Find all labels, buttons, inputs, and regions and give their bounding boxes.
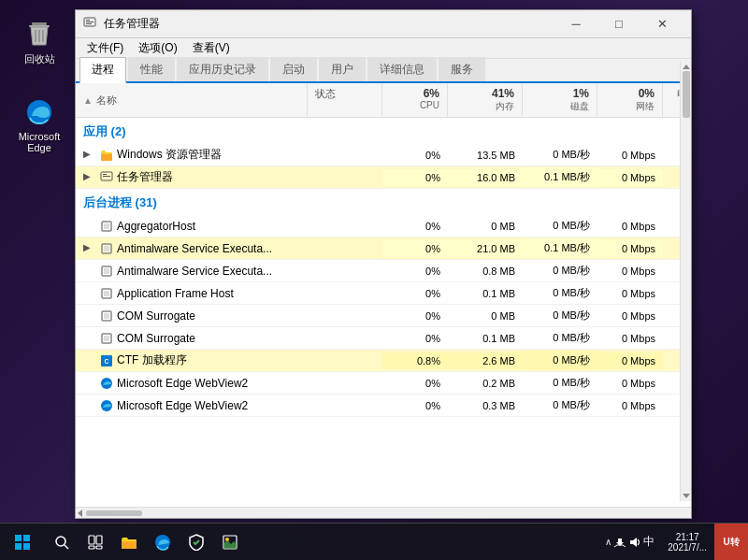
- process-mem: 21.0 MB: [448, 240, 523, 257]
- col-cpu-header[interactable]: 6% CPU: [382, 83, 448, 117]
- table-row[interactable]: ▶ Antimalware Service Executa... 0% 21.0…: [76, 237, 691, 260]
- col-mem-header[interactable]: 41% 内存: [448, 83, 523, 117]
- tab-app-history[interactable]: 应用历史记录: [177, 57, 268, 81]
- edge-taskbar-button[interactable]: [146, 524, 180, 561]
- tab-bar: 进程 性能 应用历史记录 启动 用户 详细信息 服务: [76, 59, 691, 83]
- maximize-button[interactable]: □: [597, 10, 640, 38]
- process-list[interactable]: 应用 (2) ▶ Windows 资源管理器: [76, 118, 691, 507]
- menu-options[interactable]: 选项(O): [131, 38, 184, 58]
- process-mem: 0.2 MB: [448, 375, 523, 392]
- desktop-icon-recycle[interactable]: 回收站: [9, 15, 69, 70]
- process-disk: 0.1 MB/秒: [523, 167, 597, 187]
- lang-indicator[interactable]: 中: [643, 534, 654, 550]
- process-net: 0 Mbps: [597, 330, 663, 347]
- table-row[interactable]: ▶ COM Surrogate 0% 0.1 MB 0 MB/秒 0 Mbps: [76, 327, 691, 350]
- svg-rect-42: [122, 541, 137, 549]
- svg-rect-8: [86, 22, 94, 22]
- table-row[interactable]: ▶ Antimalware Service Executa... 0% 0.8 …: [76, 260, 691, 282]
- edge-label: MicrosoftEdge: [19, 131, 61, 153]
- expand-icon[interactable]: ▶: [83, 171, 96, 184]
- svg-rect-24: [104, 313, 109, 319]
- tab-details[interactable]: 详细信息: [367, 57, 437, 81]
- system-tray: ∧ 中: [599, 534, 660, 550]
- process-icon: [100, 399, 113, 412]
- process-cpu: 0%: [382, 285, 448, 302]
- process-mem: 0.1 MB: [448, 285, 523, 302]
- table-row[interactable]: ▶ C CTF 加载程序 0.8% 2.6 MB 0 MB/秒 0 Mbp: [76, 350, 691, 372]
- horizontal-scrollbar[interactable]: [76, 507, 691, 518]
- svg-rect-34: [23, 543, 30, 550]
- col-name-header[interactable]: ▲ 名称: [76, 83, 308, 117]
- minimize-button[interactable]: ─: [554, 10, 597, 38]
- menu-view[interactable]: 查看(V): [185, 38, 237, 58]
- start-button[interactable]: [0, 524, 45, 561]
- scroll-down-arrow[interactable]: [683, 494, 690, 498]
- process-status: [308, 358, 382, 364]
- process-icon: [100, 242, 113, 255]
- titlebar: 任务管理器 ─ □ ✕: [76, 10, 691, 38]
- close-button[interactable]: ✕: [640, 10, 683, 38]
- process-cpu: 0%: [382, 169, 448, 186]
- process-net: 0 Mbps: [597, 375, 663, 392]
- process-cpu: 0%: [382, 218, 448, 235]
- tab-startup[interactable]: 启动: [270, 57, 317, 81]
- network-icon: [613, 536, 626, 549]
- scroll-thumb[interactable]: [683, 83, 690, 118]
- process-name: ▶ C CTF 加载程序: [76, 350, 308, 371]
- process-net: 0 Mbps: [597, 285, 663, 302]
- scrollbar[interactable]: [680, 83, 691, 501]
- process-status: [308, 223, 382, 229]
- tab-services[interactable]: 服务: [439, 57, 485, 81]
- menubar: 文件(F) 选项(O) 查看(V): [76, 38, 691, 59]
- process-status: [308, 403, 382, 409]
- clock[interactable]: 21:17 2021/7/...: [660, 532, 714, 553]
- recycle-icon: [24, 19, 54, 49]
- process-cpu: 0.8%: [382, 352, 448, 369]
- security-button[interactable]: [180, 524, 213, 561]
- table-row[interactable]: ▶ Microsoft Edge WebView2 0% 0.2 MB 0 MB…: [76, 372, 691, 395]
- process-name: ▶ AggregatorHost: [76, 217, 308, 236]
- tray-expand[interactable]: ∧: [605, 537, 611, 547]
- process-icon: C: [100, 354, 113, 367]
- table-row[interactable]: ▶ AggregatorHost 0% 0 MB 0 MB/秒 0 Mbps: [76, 215, 691, 237]
- process-mem: 0.1 MB: [448, 330, 523, 347]
- col-disk-header[interactable]: 1% 磁盘: [523, 83, 597, 117]
- scroll-left-arrow[interactable]: [78, 510, 82, 517]
- svg-line-36: [65, 545, 68, 549]
- process-icon: [100, 309, 113, 323]
- svg-rect-13: [103, 174, 107, 175]
- table-row[interactable]: ▶ 任务管理器 0% 16.0 MB 0.1 MB/秒: [76, 166, 691, 189]
- photos-button[interactable]: [213, 524, 247, 561]
- svg-rect-31: [15, 535, 22, 541]
- tab-performance[interactable]: 性能: [128, 57, 175, 81]
- table-row[interactable]: ▶ Microsoft Edge WebView2 0% 0.3 MB 0 MB…: [76, 395, 691, 417]
- menu-file[interactable]: 文件(F): [79, 38, 131, 58]
- tab-processes[interactable]: 进程: [79, 57, 126, 83]
- col-net-header[interactable]: 0% 网络: [597, 83, 663, 117]
- process-mem: 0.3 MB: [448, 397, 523, 414]
- table-row[interactable]: ▶ Application Frame Host 0% 0.1 MB 0 MB/…: [76, 282, 691, 305]
- tab-users[interactable]: 用户: [319, 57, 366, 81]
- u-badge[interactable]: U转: [714, 524, 748, 561]
- horizontal-scroll-thumb[interactable]: [86, 510, 142, 516]
- search-button[interactable]: [45, 524, 79, 561]
- svg-rect-14: [103, 176, 110, 177]
- expand-icon[interactable]: ▶: [83, 149, 96, 162]
- table-row[interactable]: ▶ COM Surrogate 0% 0 MB 0 MB/秒 0 Mbps: [76, 305, 691, 327]
- process-name: ▶ COM Surrogate: [76, 307, 308, 325]
- section-apps: 应用 (2): [76, 118, 691, 144]
- process-name: ▶ 任务管理器: [76, 166, 308, 188]
- svg-text:C: C: [104, 358, 108, 365]
- process-status: [308, 268, 382, 274]
- desktop-icon-edge[interactable]: MicrosoftEdge: [9, 93, 69, 157]
- col-status-header[interactable]: 状态: [308, 83, 382, 117]
- process-mem: 0 MB: [448, 218, 523, 235]
- process-name: ▶ COM Surrogate: [76, 329, 308, 348]
- task-view-button[interactable]: [79, 524, 112, 561]
- process-icon: [100, 220, 113, 233]
- file-explorer-button[interactable]: [112, 524, 146, 561]
- process-disk: 0 MB/秒: [523, 283, 597, 303]
- table-row[interactable]: ▶ Windows 资源管理器 0% 13.5 MB 0: [76, 144, 691, 166]
- expand-icon[interactable]: ▶: [83, 242, 96, 255]
- process-cpu: 0%: [382, 263, 448, 280]
